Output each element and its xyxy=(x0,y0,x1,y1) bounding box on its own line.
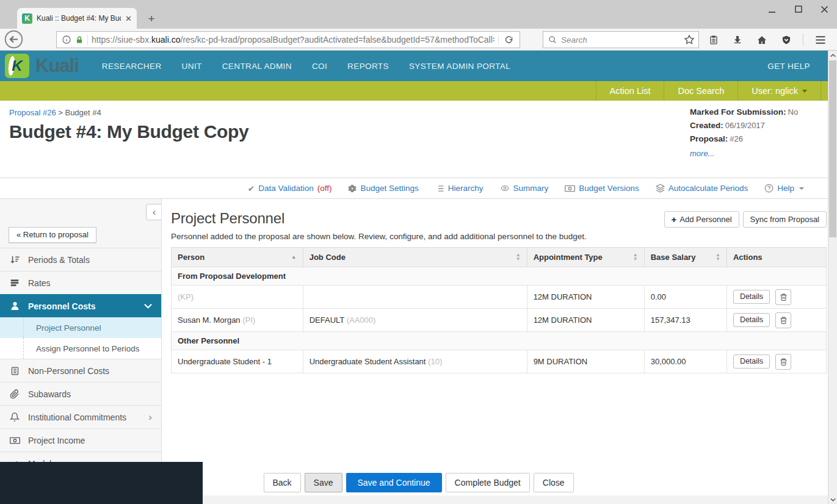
reload-icon[interactable] xyxy=(498,35,515,45)
return-to-proposal-button[interactable]: « Return to proposal xyxy=(9,227,96,243)
breadcrumb-proposal-link[interactable]: Proposal #26 xyxy=(9,108,56,117)
tab-title: Kuali :: Budget #4: My Budge xyxy=(37,14,121,23)
nav-system-admin-portal[interactable]: SYSTEM ADMIN PORTAL xyxy=(409,62,510,71)
budget-sidebar: ‹ « Return to proposal Periods & Totals … xyxy=(0,199,162,462)
column-header-appointment-type[interactable]: Appointment Type▲▼ xyxy=(527,248,644,267)
search-input[interactable] xyxy=(561,35,694,45)
column-header-job-code[interactable]: Job Code▲▼ xyxy=(303,248,527,267)
sidebar-item-periods-totals[interactable]: Periods & Totals xyxy=(0,248,161,271)
home-icon[interactable] xyxy=(756,35,767,45)
chevron-down-icon xyxy=(802,90,807,93)
get-help-link[interactable]: GET HELP xyxy=(767,62,810,71)
column-header-base-salary[interactable]: Base Salary▲▼ xyxy=(644,248,726,267)
data-validation-link[interactable]: ✔ Data Validation (off) xyxy=(248,184,332,193)
delete-button[interactable] xyxy=(775,289,791,305)
minimize-icon[interactable] xyxy=(768,5,776,13)
bell-icon xyxy=(9,412,21,422)
utility-bar: Action List Doc Search User: nglick xyxy=(0,81,837,101)
nav-unit[interactable]: UNIT xyxy=(182,62,202,71)
section-description: Personnel added to the proposal are show… xyxy=(171,232,827,241)
sync-from-proposal-button[interactable]: Sync from Proposal xyxy=(743,211,827,228)
hierarchy-link[interactable]: Hierarchy xyxy=(435,184,484,193)
budget-settings-link[interactable]: Budget Settings xyxy=(348,184,418,193)
personnel-table: Person▲ Job Code▲▼ Appointment Type▲▼ Ba… xyxy=(171,247,827,373)
details-button[interactable]: Details xyxy=(733,313,770,327)
sidebar-item-project-personnel[interactable]: Project Personnel xyxy=(0,317,161,338)
validation-off-badge: (off) xyxy=(317,184,332,193)
info-icon[interactable] xyxy=(62,35,71,45)
back-button[interactable]: Back xyxy=(263,473,300,492)
url-bar[interactable]: https://siue-sbx.kuali.co/res/kc-pd-krad… xyxy=(56,31,520,48)
browser-tab[interactable]: K Kuali :: Budget #4: My Budge ✕ xyxy=(17,8,137,29)
nav-coi[interactable]: COI xyxy=(312,62,327,71)
kuali-logo-icon[interactable]: K xyxy=(5,54,29,78)
delete-button[interactable] xyxy=(775,354,791,370)
bars-icon xyxy=(9,278,21,287)
scroll-down-icon[interactable] xyxy=(828,495,837,504)
chevron-down-icon xyxy=(799,187,804,190)
action-list-link[interactable]: Action List xyxy=(596,81,664,101)
sidebar-item-non-personnel-costs[interactable]: Non-Personnel Costs xyxy=(0,359,161,382)
bookmarks-list-icon[interactable] xyxy=(709,35,719,45)
sidebar-collapse-icon[interactable]: ‹ xyxy=(146,204,162,220)
shield-icon[interactable] xyxy=(781,35,791,45)
browser-toolbar: https://siue-sbx.kuali.co/res/kc-pd-krad… xyxy=(0,29,837,51)
sidebar-item-subawards[interactable]: Subawards xyxy=(0,382,161,405)
layers-icon xyxy=(656,184,665,193)
download-icon[interactable] xyxy=(733,35,742,45)
list-icon xyxy=(435,184,444,193)
nav-central-admin[interactable]: CENTRAL ADMIN xyxy=(222,62,292,71)
user-menu[interactable]: User: nglick xyxy=(737,81,821,101)
summary-link[interactable]: Summary xyxy=(500,184,549,193)
eye-icon xyxy=(500,184,510,192)
search-box[interactable] xyxy=(543,31,699,48)
meta-label: Proposal: xyxy=(690,134,728,143)
save-and-continue-button[interactable]: Save and Continue xyxy=(346,473,441,492)
scrollbar-thumb[interactable] xyxy=(829,60,836,237)
close-button[interactable]: Close xyxy=(534,473,574,492)
meta-label: Marked For Submission: xyxy=(690,107,786,117)
nav-researcher[interactable]: RESEARCHER xyxy=(102,62,162,71)
person-icon xyxy=(9,301,21,311)
sidebar-item-modular[interactable]: ✔ Modular xyxy=(0,452,161,462)
table-row: Susan M. Morgan (PI) DEFAULT (AA000) 12M… xyxy=(172,309,827,332)
add-personnel-button[interactable]: +Add Personnel xyxy=(664,211,739,228)
budget-versions-link[interactable]: Budget Versions xyxy=(565,184,639,193)
sort-icon: ▲▼ xyxy=(716,253,720,261)
complete-budget-button[interactable]: Complete Budget xyxy=(446,473,530,492)
scroll-up-icon[interactable] xyxy=(828,51,837,60)
lock-icon[interactable] xyxy=(75,35,84,45)
tab-close-icon[interactable]: ✕ xyxy=(125,14,132,23)
doc-search-link[interactable]: Doc Search xyxy=(664,81,737,101)
bookmark-star-icon[interactable] xyxy=(684,34,695,45)
details-button[interactable]: Details xyxy=(733,290,770,304)
save-button[interactable]: Save xyxy=(305,473,342,492)
close-icon[interactable] xyxy=(821,5,828,13)
chevron-right-icon: › xyxy=(148,411,152,423)
maximize-icon[interactable] xyxy=(794,5,802,13)
more-link[interactable]: more... xyxy=(690,149,714,158)
sidebar-item-personnel-costs[interactable]: Personnel Costs xyxy=(0,294,161,317)
vertical-scrollbar[interactable] xyxy=(828,51,837,504)
question-circle-icon xyxy=(764,184,774,193)
sort-amount-icon xyxy=(9,254,21,265)
new-tab-button[interactable]: + xyxy=(144,12,159,26)
page-footer: Back Save Save and Continue Complete Bud… xyxy=(0,462,837,504)
group-row-from-proposal: From Proposal Development xyxy=(172,267,827,286)
back-icon[interactable] xyxy=(4,29,24,49)
nav-reports[interactable]: REPORTS xyxy=(347,62,389,71)
sidebar-item-rates[interactable]: Rates xyxy=(0,271,161,294)
details-button[interactable]: Details xyxy=(733,355,770,369)
sidebar-item-institutional-commitments[interactable]: Institutional Commitments › xyxy=(0,405,161,428)
sidebar-item-assign-personnel[interactable]: Assign Personnel to Periods xyxy=(0,338,161,359)
main-content: Project Personnel +Add Personnel Sync fr… xyxy=(162,199,837,462)
url-text: https://siue-sbx.kuali.co/res/kc-pd-krad… xyxy=(92,35,495,45)
sidebar-item-project-income[interactable]: Project Income xyxy=(0,428,161,452)
delete-button[interactable] xyxy=(775,312,791,328)
autocalculate-link[interactable]: Autocalculate Periods xyxy=(656,184,748,193)
banknote-icon xyxy=(9,437,21,444)
column-header-person[interactable]: Person▲ xyxy=(172,248,303,267)
group-row-other-personnel: Other Personnel xyxy=(172,332,827,350)
menu-hamburger-icon[interactable] xyxy=(815,35,826,45)
help-menu[interactable]: Help xyxy=(764,184,804,193)
